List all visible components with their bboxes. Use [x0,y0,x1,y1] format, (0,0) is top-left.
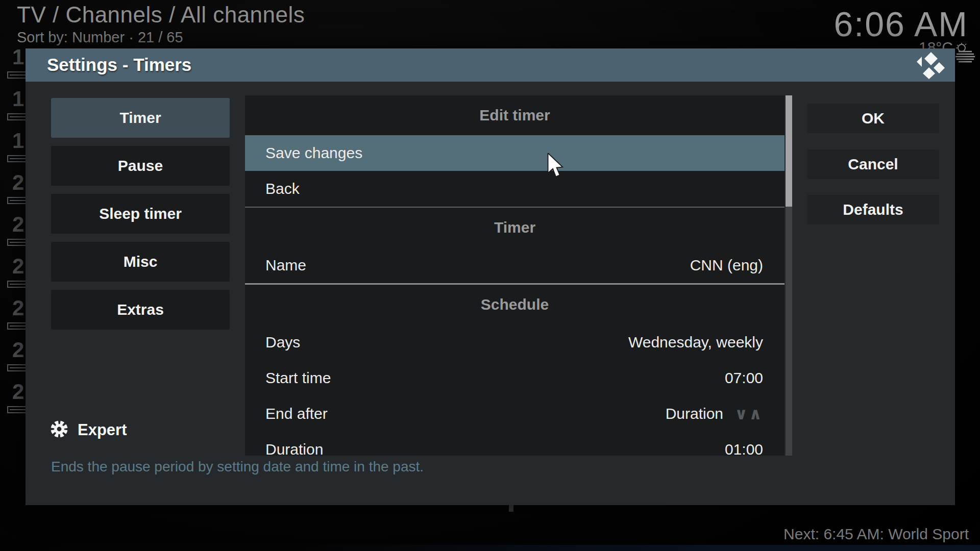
cancel-button[interactable]: Cancel [807,149,939,179]
help-text: Ends the pause period by setting date an… [51,459,424,475]
channel-number: 2 [12,170,24,195]
ok-button[interactable]: OK [807,104,939,133]
dialog-title: Settings - Timers [47,55,191,75]
clock: 6:06 AM [834,4,969,44]
sidebar-item-pause[interactable]: Pause [51,146,230,186]
breadcrumb: TV / Channels / All channels [17,2,305,28]
channel-number: 2 [12,380,24,404]
section-heading-edit-timer: Edit timer [245,95,785,135]
settings-level-label: Expert [78,421,127,439]
defaults-button[interactable]: Defaults [807,195,939,224]
setting-value: Wednesday, weekly [628,334,763,351]
setting-row-days[interactable]: DaysWednesday, weekly [245,324,785,360]
channel-number: 1 [12,87,24,111]
setting-label: Days [265,334,628,351]
gear-icon [50,420,68,440]
setting-row-start-time[interactable]: Start time07:00 [245,360,785,396]
sidebar-item-timer[interactable]: Timer [51,98,230,138]
channel-number: 1 [12,45,24,69]
kodi-logo-icon [914,52,946,81]
setting-row-duration[interactable]: Duration01:00 [245,432,785,456]
next-program-label: Next: 6:45 AM: World Sport [783,525,969,543]
sidebar-item-misc[interactable]: Misc [51,242,230,282]
dialog-actions: OKCancelDefaults [807,104,939,241]
setting-value: CNN (eng) [690,257,763,274]
list-scrollbar[interactable] [786,95,792,456]
list-item-save-changes[interactable]: Save changes [245,135,785,171]
setting-label: Start time [265,369,725,387]
channel-number: 2 [12,254,24,279]
channel-number: 2 [12,296,24,320]
channel-number: 2 [12,338,24,362]
sort-info: Sort by: Number · 21 / 65 [17,29,183,46]
spinner-down-icon[interactable]: ∨ [734,405,749,423]
setting-label: End after [265,405,666,422]
settings-level[interactable]: Expert [50,420,127,440]
spinner-up-icon[interactable]: ∧ [749,405,763,423]
mouse-cursor [547,153,565,181]
partly-cloudy-icon [952,43,976,65]
setting-value: 07:00 [725,369,763,387]
section-heading-schedule: Schedule [245,285,785,324]
bottom-strip [0,545,980,551]
kodi-screen: TV / Channels / All channels Sort by: Nu… [0,0,980,551]
sidebar-item-extras[interactable]: Extras [51,290,230,330]
setting-value: Duration [666,405,723,422]
setting-value: 01:00 [725,441,763,456]
background-fragment [509,505,513,512]
section-heading-timer: Timer [245,208,785,247]
setting-label: Duration [265,441,725,456]
sidebar-item-sleep-timer[interactable]: Sleep timer [51,194,230,234]
dialog-titlebar: Settings - Timers [26,48,955,82]
settings-timers-dialog: Settings - Timers TimerPauseSleep timerM… [26,48,955,505]
channel-number: 1 [12,129,24,153]
scrollbar-thumb[interactable] [786,95,792,207]
timer-settings-list: Edit timerSave changesBackTimerNameCNN (… [245,95,785,456]
setting-row-name[interactable]: NameCNN (eng) [245,247,785,283]
channel-number: 2 [12,212,24,237]
setting-label: Name [265,257,690,274]
setting-row-end-after[interactable]: End afterDuration∨∧ [245,396,785,432]
list-item-back[interactable]: Back [245,171,785,207]
settings-categories: TimerPauseSleep timerMiscExtras [51,98,230,338]
spinner-control: ∨∧ [734,404,763,423]
